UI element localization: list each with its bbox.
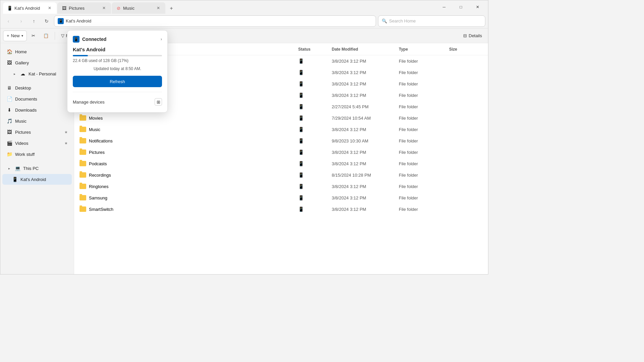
sidebar-item-desktop[interactable]: 🖥 Desktop: [2, 82, 72, 93]
tab-android-icon: 📱: [7, 5, 12, 11]
sidebar: 🏠 Home 🖼 Gallery ▸ ☁ Kat - Personal 🖥 De…: [0, 43, 74, 274]
folder-icon: [79, 115, 86, 121]
sidebar-item-kats-android[interactable]: 📱 Kat's Android: [2, 174, 72, 185]
sidebar-gallery-label: Gallery: [15, 60, 29, 65]
new-button[interactable]: + New ▾: [3, 31, 27, 41]
copy-button[interactable]: 📋: [40, 31, 52, 41]
sidebar-item-home[interactable]: 🏠 Home: [2, 46, 72, 57]
desktop-icon: 🖥: [6, 85, 12, 91]
file-type: File folder: [399, 195, 449, 200]
folder-icon: [79, 138, 86, 143]
tab-music-close[interactable]: ✕: [155, 5, 161, 11]
dropdown-arrow-icon: ▾: [21, 34, 23, 38]
sidebar-item-work-stuff[interactable]: 📁 Work stuff: [2, 149, 72, 160]
up-button[interactable]: ↑: [29, 16, 39, 26]
table-row[interactable]: Movies 📱 7/29/2024 10:54 AM File folder: [74, 112, 488, 124]
details-button[interactable]: ⊟ Details: [460, 31, 485, 41]
file-name-cell: Recordings: [79, 172, 298, 178]
connected-popup: 📱 Connected › Kat's Android 22.4 GB used…: [67, 30, 168, 113]
popup-header: 📱 Connected ›: [73, 36, 162, 43]
refresh-button[interactable]: ↻: [41, 16, 52, 26]
file-type: File folder: [399, 138, 449, 143]
file-type: File folder: [399, 93, 449, 98]
forward-button[interactable]: ›: [16, 16, 26, 26]
documents-icon: 📄: [6, 96, 12, 102]
table-row[interactable]: Music 📱 3/8/2024 3:12 PM File folder: [74, 124, 488, 135]
details-icon: ⊟: [463, 33, 467, 38]
table-row[interactable]: Ringtones 📱 3/8/2024 3:12 PM File folder: [74, 181, 488, 192]
cut-button[interactable]: ✂: [28, 31, 39, 41]
close-button[interactable]: ✕: [470, 2, 485, 12]
file-type: File folder: [399, 173, 449, 178]
file-type: File folder: [399, 127, 449, 132]
table-row[interactable]: Recordings 📱 8/15/2024 10:28 PM File fol…: [74, 169, 488, 181]
refresh-button[interactable]: Refresh: [73, 76, 162, 87]
tab-music[interactable]: ⊘ Music ✕: [112, 2, 165, 14]
search-box[interactable]: 🔍 Search Home: [378, 15, 485, 27]
tab-pictures[interactable]: 🖼 Pictures ✕: [57, 2, 111, 14]
file-date: 3/8/2024 3:12 PM: [332, 59, 399, 64]
home-icon: 🏠: [6, 49, 12, 55]
filter-icon: ▽: [61, 33, 64, 38]
file-name: Music: [89, 127, 100, 132]
folder-icon: [79, 195, 86, 200]
this-pc-expand-icon: ▸: [6, 166, 12, 171]
sidebar-item-this-pc[interactable]: ▸ 💻 This PC: [2, 163, 72, 174]
sidebar-item-downloads[interactable]: ⬇ Downloads: [2, 105, 72, 115]
file-status: 📱: [298, 58, 332, 64]
folder-icon: [79, 127, 86, 132]
table-row[interactable]: Pictures 📱 3/8/2024 3:12 PM File folder: [74, 146, 488, 158]
file-date: 3/8/2024 3:12 PM: [332, 161, 399, 166]
tab-android-label: Kat's Android: [14, 6, 40, 11]
file-status: 📱: [298, 93, 332, 98]
col-date[interactable]: Date Modified: [332, 47, 399, 52]
manage-devices-button[interactable]: Manage devices ⊞: [73, 97, 162, 107]
file-date: 3/8/2024 3:12 PM: [332, 70, 399, 75]
sidebar-item-documents[interactable]: 📄 Documents: [2, 94, 72, 104]
tab-bar: 📱 Kat's Android ✕ 🖼 Pictures ✕ ⊘ Music ✕…: [3, 0, 435, 14]
table-row[interactable]: Podcasts 📱 3/8/2024 3:12 PM File folder: [74, 158, 488, 169]
file-status: 📱: [298, 172, 332, 178]
path-icon: 📱: [58, 18, 64, 24]
table-row[interactable]: Samsung 📱 3/8/2024 3:12 PM File folder: [74, 192, 488, 203]
sidebar-item-gallery[interactable]: 🖼 Gallery: [2, 57, 72, 68]
col-size[interactable]: Size: [449, 47, 483, 52]
file-date: 9/8/2023 10:30 AM: [332, 138, 399, 143]
file-status: 📱: [298, 127, 332, 132]
table-row[interactable]: Notifications 📱 9/8/2023 10:30 AM File f…: [74, 135, 488, 146]
new-tab-button[interactable]: +: [166, 3, 177, 14]
file-name-cell: Movies: [79, 115, 298, 121]
file-status: 📱: [298, 206, 332, 212]
manage-devices-icon: ⊞: [155, 98, 162, 106]
file-name-cell: Pictures: [79, 149, 298, 155]
toolbar-separator: [55, 32, 55, 40]
tab-pictures-close[interactable]: ✕: [101, 5, 107, 11]
file-date: 3/8/2024 3:12 PM: [332, 150, 399, 155]
minimize-button[interactable]: ─: [436, 2, 452, 12]
sidebar-this-pc-label: This PC: [23, 166, 39, 171]
file-date: 3/8/2024 3:12 PM: [332, 207, 399, 212]
sidebar-desktop-label: Desktop: [15, 85, 31, 90]
tab-android[interactable]: 📱 Kat's Android ✕: [3, 2, 57, 14]
tab-android-close[interactable]: ✕: [47, 5, 53, 11]
sidebar-item-kat-personal[interactable]: ▸ ☁ Kat - Personal: [2, 68, 72, 79]
plus-icon: +: [7, 33, 9, 38]
col-status[interactable]: Status: [298, 47, 332, 52]
file-status: 📱: [298, 149, 332, 155]
address-path[interactable]: 📱 Kat's Android: [54, 15, 376, 27]
file-name-cell: Samsung: [79, 195, 298, 200]
back-button[interactable]: ‹: [3, 16, 14, 26]
table-row[interactable]: SmartSwitch 📱 3/8/2024 3:12 PM File fold…: [74, 203, 488, 215]
sidebar-item-music[interactable]: 🎵 Music: [2, 116, 72, 126]
window-controls: ─ □ ✕: [436, 2, 485, 12]
maximize-button[interactable]: □: [453, 2, 469, 12]
file-date: 8/15/2024 10:28 PM: [332, 173, 399, 178]
sidebar-item-pictures[interactable]: 🖼 Pictures ★: [2, 127, 72, 137]
file-type: File folder: [399, 81, 449, 86]
file-name: SmartSwitch: [89, 207, 113, 212]
file-date: 7/29/2024 10:54 AM: [332, 116, 399, 121]
sidebar-item-videos[interactable]: 🎬 Videos ★: [2, 138, 72, 148]
file-date: 3/8/2024 3:12 PM: [332, 93, 399, 98]
popup-chevron-icon[interactable]: ›: [161, 37, 162, 42]
col-type[interactable]: Type: [399, 47, 449, 52]
